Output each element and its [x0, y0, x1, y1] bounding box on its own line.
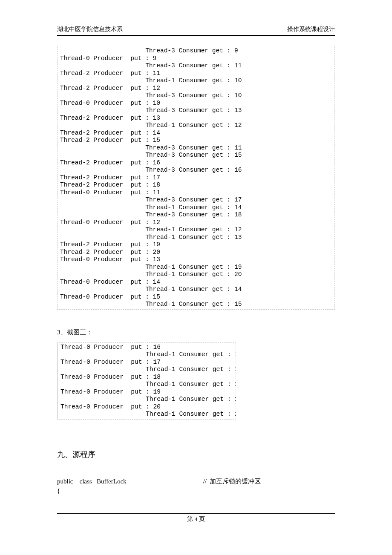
header-left: 湖北中医学院信息技术系 — [57, 26, 123, 33]
console-output-2: Thread-0 Producer put : 16 Thread-1 Cons… — [57, 342, 236, 420]
caption-screenshot-3: 3、截图三： — [57, 328, 335, 336]
code-brace: { — [57, 486, 335, 496]
code-comment: // 加互斥锁的缓冲区 — [203, 478, 261, 485]
source-code: public class BufferLock// 加互斥锁的缓冲区 { — [57, 477, 335, 496]
header-right: 操作系统课程设计 — [287, 26, 335, 33]
section-heading-9: 九、源程序 — [57, 449, 335, 460]
code-decl: public class BufferLock — [57, 478, 127, 485]
page-number: 第 4 页 — [0, 514, 392, 523]
console-output-1: Thread-3 Consumer get : 9 Thread-0 Produ… — [57, 46, 335, 310]
